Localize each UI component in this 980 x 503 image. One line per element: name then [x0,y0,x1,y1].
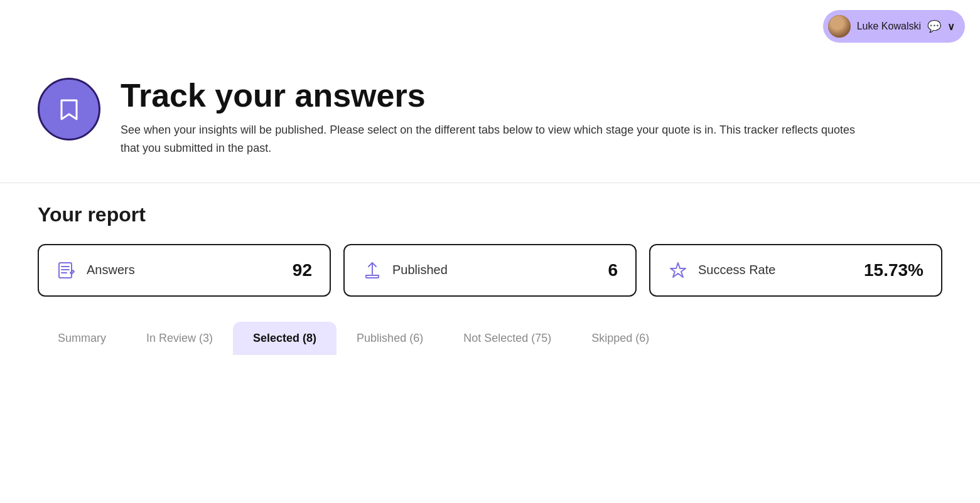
upload-icon [362,260,382,280]
tab-summary[interactable]: Summary [38,322,126,355]
tabs-container: Summary In Review (3) Selected (8) Publi… [38,322,942,355]
answers-card-left: Answers [57,260,135,280]
published-card: Published 6 [343,244,637,297]
published-card-left: Published [362,260,448,280]
hero-text: Track your answers See when your insight… [121,78,874,157]
published-value: 6 [608,260,618,280]
bookmark-icon [55,95,83,123]
stats-cards: Answers 92 Published 6 [38,244,942,297]
success-rate-card: Success Rate 15.73% [649,244,942,297]
report-title: Your report [38,203,942,226]
tab-selected[interactable]: Selected (8) [233,322,337,355]
user-name: Luke Kowalski [857,21,921,32]
success-rate-label: Success Rate [698,263,775,277]
hero-icon-circle [38,78,100,140]
section-divider [0,183,980,183]
page-title: Track your answers [121,78,874,114]
tab-skipped[interactable]: Skipped (6) [571,322,669,355]
tab-not-selected[interactable]: Not Selected (75) [443,322,571,355]
answers-label: Answers [87,263,135,277]
user-menu-button[interactable]: Luke Kowalski 💬 ∨ [823,10,965,43]
chevron-down-icon: ∨ [947,21,955,33]
report-section: Your report Answers 92 [0,203,980,355]
chat-icon: 💬 [927,19,941,33]
success-rate-value: 15.73% [864,260,923,280]
hero-description: See when your insights will be published… [121,121,874,157]
answers-card: Answers 92 [38,244,331,297]
edit-icon [57,260,77,280]
published-label: Published [392,263,448,277]
tab-published[interactable]: Published (6) [337,322,443,355]
answers-value: 92 [293,260,312,280]
header: Luke Kowalski 💬 ∨ [0,0,980,53]
star-icon [668,260,688,280]
tab-in-review[interactable]: In Review (3) [126,322,233,355]
svg-rect-1 [366,275,379,278]
success-rate-card-left: Success Rate [668,260,775,280]
avatar [828,15,851,38]
hero-section: Track your answers See when your insight… [0,53,980,183]
